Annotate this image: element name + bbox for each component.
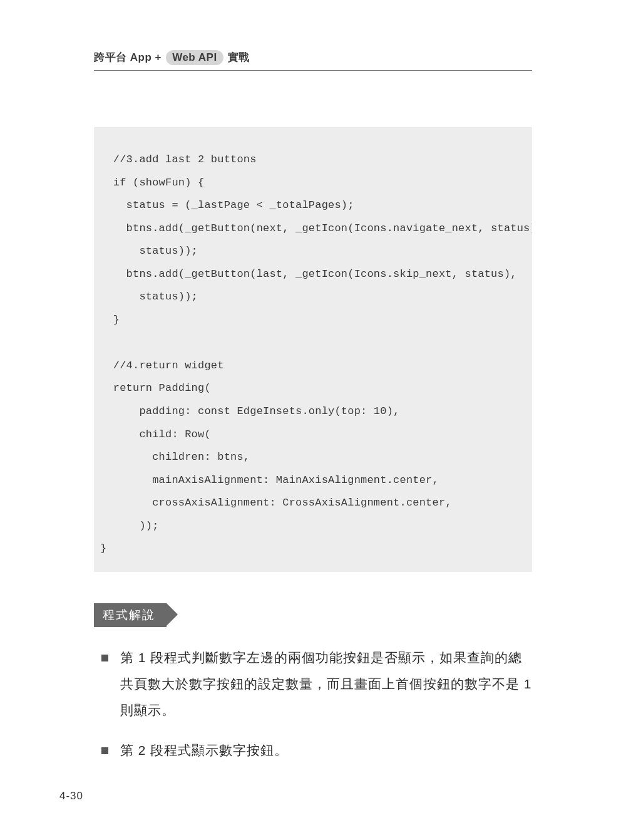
page-number: 4-30 [59,790,83,802]
explanation-list: 第 1 段程式判斷數字左邊的兩個功能按鈕是否顯示，如果查詢的總共頁數大於數字按鈕… [94,645,532,764]
header-pill: Web API [166,50,223,65]
list-item-text: 第 1 段程式判斷數字左邊的兩個功能按鈕是否顯示，如果查詢的總共頁數大於數字按鈕… [120,650,532,717]
header-divider [94,70,532,71]
list-item-text: 第 2 段程式顯示數字按鈕。 [120,743,288,757]
section-label-wrap: 程式解說 [94,603,532,627]
section-label: 程式解說 [94,603,167,627]
list-item: 第 2 段程式顯示數字按鈕。 [98,737,532,764]
list-item: 第 1 段程式判斷數字左邊的兩個功能按鈕是否顯示，如果查詢的總共頁數大於數字按鈕… [98,645,532,723]
header-suffix: 實戰 [228,51,250,63]
header-app: App + [130,51,162,63]
header-prefix: 跨平台 [94,51,127,63]
running-header: 跨平台 App + Web API 實戰 [94,50,532,65]
code-block: //3.add last 2 buttons if (showFun) { st… [94,127,532,572]
